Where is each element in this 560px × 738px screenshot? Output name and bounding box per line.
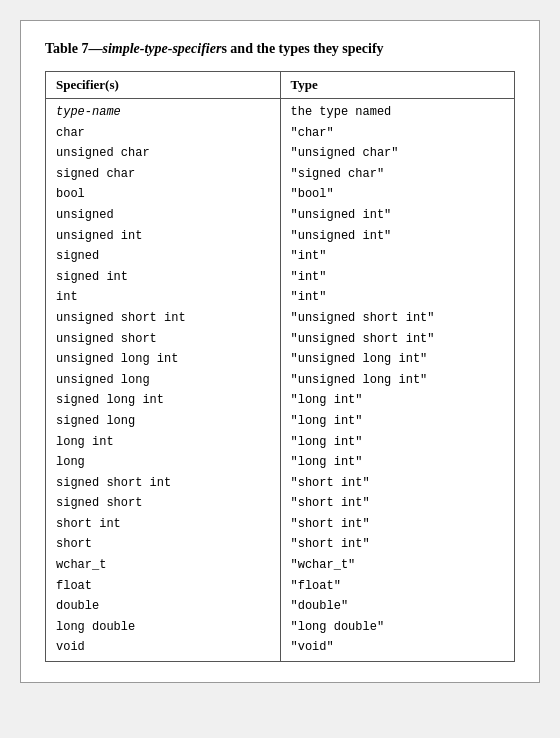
cell-specifier: signed	[46, 246, 281, 267]
table-row: void"void"	[46, 637, 515, 661]
cell-specifier: unsigned int	[46, 226, 281, 247]
cell-specifier: float	[46, 576, 281, 597]
table-row: type-namethe type named	[46, 99, 515, 123]
cell-specifier: signed char	[46, 164, 281, 185]
cell-type: "short int"	[280, 493, 515, 514]
cell-type: the type named	[280, 99, 515, 123]
cell-type: "long int"	[280, 411, 515, 432]
title-italic: simple-type-specifier	[102, 41, 221, 56]
cell-type: "int"	[280, 246, 515, 267]
table-row: short"short int"	[46, 534, 515, 555]
table-row: unsigned"unsigned int"	[46, 205, 515, 226]
cell-specifier: signed int	[46, 267, 281, 288]
cell-type: "char"	[280, 123, 515, 144]
table-row: unsigned short"unsigned short int"	[46, 329, 515, 350]
cell-specifier: signed short	[46, 493, 281, 514]
table-row: unsigned long"unsigned long int"	[46, 370, 515, 391]
cell-type: "unsigned long int"	[280, 349, 515, 370]
table-row: unsigned char"unsigned char"	[46, 143, 515, 164]
table-row: signed int"int"	[46, 267, 515, 288]
cell-type: "short int"	[280, 534, 515, 555]
cell-specifier: unsigned short int	[46, 308, 281, 329]
cell-type: "unsigned char"	[280, 143, 515, 164]
table-row: long"long int"	[46, 452, 515, 473]
table-row: wchar_t"wchar_t"	[46, 555, 515, 576]
cell-type: "int"	[280, 267, 515, 288]
cell-specifier: short int	[46, 514, 281, 535]
table-row: signed char"signed char"	[46, 164, 515, 185]
cell-type: "unsigned short int"	[280, 329, 515, 350]
table-row: unsigned int"unsigned int"	[46, 226, 515, 247]
table-row: long int"long int"	[46, 432, 515, 453]
table-row: signed long"long int"	[46, 411, 515, 432]
page-container: Table 7—simple-type-specifiers and the t…	[20, 20, 540, 683]
table-row: double"double"	[46, 596, 515, 617]
cell-specifier: int	[46, 287, 281, 308]
header-specifier: Specifier(s)	[46, 72, 281, 99]
table-row: unsigned long int"unsigned long int"	[46, 349, 515, 370]
cell-type: "long double"	[280, 617, 515, 638]
table-row: signed long int"long int"	[46, 390, 515, 411]
table-row: signed short int"short int"	[46, 473, 515, 494]
cell-type: "long int"	[280, 390, 515, 411]
cell-specifier: short	[46, 534, 281, 555]
cell-type: "short int"	[280, 514, 515, 535]
cell-specifier: unsigned	[46, 205, 281, 226]
header-type: Type	[280, 72, 515, 99]
title-suffix: s and the types they specify	[221, 41, 383, 56]
cell-type: "unsigned short int"	[280, 308, 515, 329]
cell-type: "unsigned long int"	[280, 370, 515, 391]
cell-specifier: bool	[46, 184, 281, 205]
cell-type: "long int"	[280, 452, 515, 473]
cell-specifier: type-name	[46, 99, 281, 123]
table-row: signed"int"	[46, 246, 515, 267]
table-title: Table 7—simple-type-specifiers and the t…	[45, 41, 515, 57]
cell-type: "long int"	[280, 432, 515, 453]
cell-type: "unsigned int"	[280, 226, 515, 247]
table-row: char"char"	[46, 123, 515, 144]
table-row: unsigned short int"unsigned short int"	[46, 308, 515, 329]
cell-specifier: long	[46, 452, 281, 473]
cell-specifier: long double	[46, 617, 281, 638]
title-prefix: Table 7—	[45, 41, 102, 56]
table-row: float"float"	[46, 576, 515, 597]
cell-specifier: double	[46, 596, 281, 617]
cell-type: "wchar_t"	[280, 555, 515, 576]
cell-specifier: unsigned short	[46, 329, 281, 350]
table-row: long double"long double"	[46, 617, 515, 638]
cell-type: "int"	[280, 287, 515, 308]
cell-specifier: unsigned char	[46, 143, 281, 164]
cell-specifier: unsigned long int	[46, 349, 281, 370]
specifiers-table: Specifier(s) Type type-namethe type name…	[45, 71, 515, 662]
cell-specifier: signed short int	[46, 473, 281, 494]
table-row: int"int"	[46, 287, 515, 308]
cell-specifier: long int	[46, 432, 281, 453]
cell-specifier: char	[46, 123, 281, 144]
cell-type: "unsigned int"	[280, 205, 515, 226]
cell-specifier: wchar_t	[46, 555, 281, 576]
cell-specifier: signed long int	[46, 390, 281, 411]
table-header-row: Specifier(s) Type	[46, 72, 515, 99]
cell-type: "bool"	[280, 184, 515, 205]
cell-type: "double"	[280, 596, 515, 617]
table-row: short int"short int"	[46, 514, 515, 535]
cell-type: "short int"	[280, 473, 515, 494]
cell-specifier: void	[46, 637, 281, 661]
cell-type: "void"	[280, 637, 515, 661]
cell-type: "float"	[280, 576, 515, 597]
table-row: bool"bool"	[46, 184, 515, 205]
table-row: signed short"short int"	[46, 493, 515, 514]
cell-specifier: unsigned long	[46, 370, 281, 391]
cell-type: "signed char"	[280, 164, 515, 185]
cell-specifier: signed long	[46, 411, 281, 432]
